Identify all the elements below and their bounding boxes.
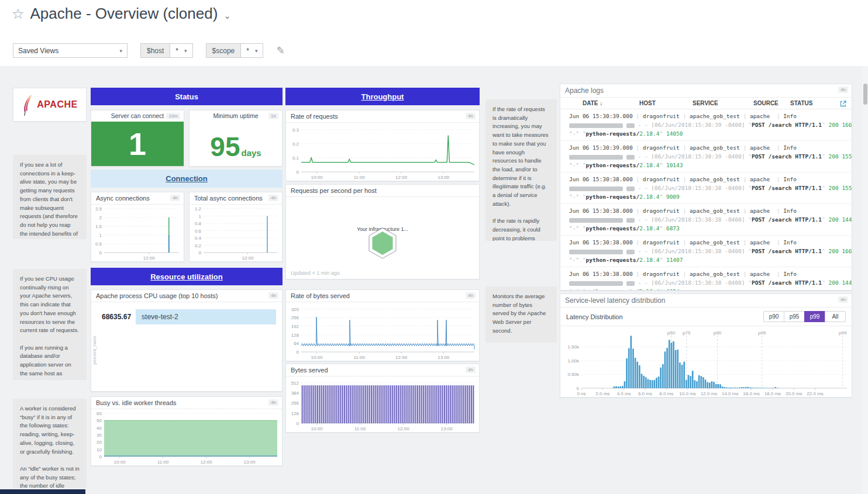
log-row[interactable]: Jun 06 15:30:38.000 | dragonfruit | apac…: [560, 204, 852, 236]
widget-cpu-usage-toplist[interactable]: Apache process CPU usage (top 10 hosts) …: [91, 289, 283, 392]
widget-apache-logs[interactable]: Apache logs 4h DATE ↓ HOST SERVICE SOURC…: [560, 84, 852, 291]
svg-text:0: 0: [297, 170, 299, 175]
widget-total-async-connections[interactable]: Total async connections 4h 00.20.40.60.8…: [189, 192, 283, 262]
timeframe-badge: 1h: [268, 113, 278, 119]
svg-text:p50: p50: [667, 330, 676, 336]
host-template-variable[interactable]: $host * ▾: [140, 43, 193, 58]
latency-filter-p90[interactable]: p90: [763, 311, 784, 322]
column-host[interactable]: HOST: [639, 100, 693, 106]
edit-pencil-icon[interactable]: ✎: [276, 44, 284, 57]
log-row[interactable]: Jun 06 15:30:38.000 | dragonfruit | apac…: [560, 236, 852, 267]
rate-of-requests-chart[interactable]: 00.10.20.310:0011:0012:0013:00: [286, 123, 479, 181]
host-hexagon[interactable]: [367, 227, 398, 262]
svg-text:11:00: 11:00: [353, 355, 365, 360]
bytes-served-chart[interactable]: 012825638451210:0011:0012:0013:00: [286, 376, 479, 432]
svg-text:64: 64: [294, 341, 299, 346]
column-source[interactable]: SOURCE: [753, 100, 790, 106]
page-scrollbar-track[interactable]: [862, 66, 868, 494]
widget-title-row: Async connections 4h: [91, 192, 184, 205]
redacted-id: [626, 218, 635, 223]
total-async-connections-chart[interactable]: 00.20.40.60.811.212:00: [190, 205, 282, 261]
cpu-host-bar: steve-test-2: [136, 309, 276, 324]
page-title: Apache - Overview (cloned): [30, 5, 218, 23]
column-status[interactable]: STATUS: [790, 100, 813, 106]
svg-text:12:00: 12:00: [201, 460, 213, 465]
log-row-text: Jun 06 15:30:38.000 | dragonfruit | apac…: [569, 270, 852, 290]
svg-text:0: 0: [99, 454, 102, 460]
svg-text:1: 1: [199, 214, 202, 219]
note-rate-of-requests: If the rate of requests is dramatically …: [485, 99, 557, 241]
column-service[interactable]: SERVICE: [693, 100, 753, 106]
svg-text:14.0 ms: 14.0 ms: [722, 391, 738, 396]
timeframe-badge: 10m: [166, 113, 180, 119]
section-header-throughput[interactable]: Throughput: [285, 88, 480, 105]
section-header-connection[interactable]: Connection: [91, 170, 283, 188]
svg-text:0.6: 0.6: [195, 229, 202, 234]
uptime-number: 95: [210, 136, 240, 158]
redacted-ip: [569, 186, 623, 191]
scope-template-variable[interactable]: $scope * ▾: [206, 43, 264, 58]
latency-filter-p99[interactable]: p99: [804, 311, 825, 322]
dashboard-canvas: APACHE If you see a lot of connections i…: [0, 66, 868, 494]
widget-worker-threads[interactable]: Busy vs. idle worker threads 4h 01020304…: [91, 396, 283, 466]
host-var-value-select[interactable]: * ▾: [170, 44, 192, 57]
widget-rate-of-bytes[interactable]: Rate of bytes served 4h 0641281922563201…: [285, 289, 480, 361]
svg-text:0: 0: [297, 350, 299, 355]
hostmap-body[interactable]: Your infrastructure 1... Updated < 1 min…: [286, 197, 479, 279]
widget-async-connections[interactable]: Async connections 4h 00.511.522.512:00: [91, 192, 184, 262]
timeframe-badge: 4h: [466, 367, 476, 373]
widget-title: Async connections: [96, 195, 150, 202]
svg-text:12:00: 12:00: [398, 426, 410, 431]
svg-text:0: 0: [297, 421, 299, 426]
sort-desc-icon: ↓: [600, 100, 602, 106]
widget-latency-distribution[interactable]: Service-level latency distribution 4h La…: [560, 293, 852, 398]
redacted-ip: [569, 250, 623, 254]
open-in-log-explorer-icon[interactable]: [839, 100, 847, 109]
latency-chart-label: Latency Distribution: [566, 313, 623, 320]
log-row[interactable]: Jun 06 15:30:38.000 | dragonfruit | apac…: [560, 172, 852, 204]
chevron-down-icon[interactable]: ⌄: [223, 11, 231, 21]
apache-logo-text: APACHE: [37, 99, 77, 110]
log-row[interactable]: Jun 06 15:30:39.000 | dragonfruit | apac…: [560, 109, 852, 141]
svg-text:0.50k: 0.50k: [567, 372, 580, 377]
widget-server-can-connect[interactable]: Server can connect 10m 1: [91, 110, 184, 167]
svg-text:0.8: 0.8: [195, 221, 202, 226]
svg-text:0: 0: [577, 386, 580, 391]
svg-text:0: 0: [199, 250, 202, 255]
log-row-text: Jun 06 15:30:38.000 | dragonfruit | apac…: [569, 175, 852, 201]
log-row[interactable]: Jun 06 15:30:38.000 | dragonfruit | apac…: [560, 267, 852, 290]
note-workers: A worker is considered “busy” if it is i…: [13, 399, 87, 488]
page-scrollbar-thumb[interactable]: [863, 84, 867, 105]
rate-of-bytes-chart[interactable]: 06412819225632010:0011:0012:0013:00: [286, 302, 479, 361]
saved-views-select[interactable]: Saved Views ▾: [13, 43, 128, 58]
widget-minimum-uptime[interactable]: Minimum uptime 1h 95 days: [189, 110, 283, 167]
widget-title-row: Apache logs 4h: [560, 84, 852, 98]
favorite-star-icon[interactable]: ☆: [12, 7, 25, 21]
svg-text:13:00: 13:00: [244, 460, 256, 465]
cpu-unit-label: percent_nano: [92, 336, 97, 365]
widget-title: Apache logs: [565, 87, 604, 95]
updated-timestamp: Updated < 1 min ago: [291, 270, 340, 276]
timeframe-badge: 4h: [838, 296, 848, 303]
column-date[interactable]: DATE ↓: [583, 100, 639, 106]
section-header-status-label: Status: [175, 92, 198, 101]
timeframe-badge: 4h: [838, 87, 848, 93]
log-rows-list: Jun 06 15:30:39.000 | dragonfruit | apac…: [560, 109, 852, 290]
widget-requests-per-host[interactable]: Requests per second per host Your infras…: [285, 184, 480, 279]
svg-text:1.2: 1.2: [195, 206, 202, 212]
scope-var-value-select[interactable]: * ▾: [240, 44, 263, 57]
widget-rate-of-requests[interactable]: Rate of requests 4h 00.10.20.310:0011:00…: [285, 110, 480, 181]
widget-title: Rate of bytes served: [291, 292, 350, 299]
async-connections-chart[interactable]: 00.511.522.512:00: [91, 205, 184, 261]
widget-bytes-served[interactable]: Bytes served 4h 012825638451210:0011:001…: [285, 364, 480, 433]
log-row[interactable]: Jun 06 15:30:39.000 | dragonfruit | apac…: [560, 141, 852, 172]
cpu-value: 68635.67: [102, 313, 131, 321]
worker-threads-chart[interactable]: 010203040506010:0011:0012:0013:00: [91, 409, 282, 465]
timeframe-badge: 4h: [268, 195, 278, 201]
svg-text:p90: p90: [714, 330, 722, 336]
latency-filter-all[interactable]: All: [825, 311, 846, 322]
toplist-row[interactable]: 68635.67 steve-test-2: [91, 302, 282, 324]
latency-filter-p95[interactable]: p95: [784, 311, 805, 322]
section-header-resource-utilization[interactable]: Resource utilization: [91, 268, 283, 285]
latency-histogram-chart[interactable]: 00.50k1.00k1.50k0 ns2.0 ms4.0 ms6.0 ms8.…: [560, 326, 852, 397]
